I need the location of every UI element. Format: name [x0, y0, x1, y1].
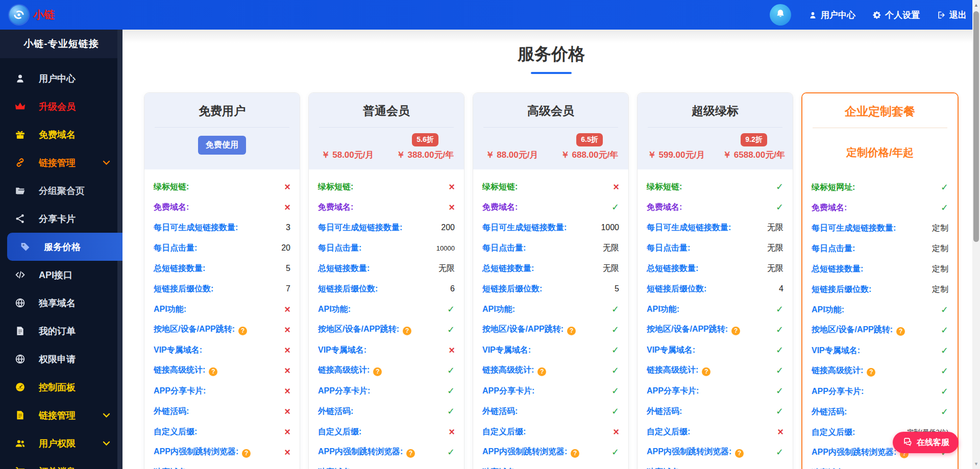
feature-row: 外链活码:✓ [309, 401, 464, 422]
help-icon[interactable]: ? [242, 449, 251, 458]
help-icon[interactable]: ? [403, 327, 411, 335]
feature-row: 每日可生成短链接数量:定制 [802, 218, 958, 238]
scrollbar-thumb[interactable] [973, 11, 979, 242]
feature-label: 链接高级统计: [647, 365, 698, 374]
feature-row: 每日点击量:无限 [473, 238, 628, 258]
free-use-button[interactable]: 免费使用 [198, 136, 246, 155]
feature-row: API功能:✓ [309, 299, 464, 319]
feature-label: 每日点击量: [812, 244, 855, 253]
help-icon[interactable]: ? [571, 449, 579, 458]
feature-label: 绿标短链: [482, 182, 518, 191]
help-icon[interactable]: ? [731, 327, 740, 335]
topbar-item[interactable]: 个人设置 [873, 9, 920, 21]
sidebar-item[interactable]: API接口 [0, 261, 122, 289]
help-icon[interactable]: ? [735, 449, 744, 458]
price-monthly: ￥ 58.00元/月 [322, 149, 374, 161]
feature-row: 按地区/设备/APP跳转:?✓ [309, 319, 464, 340]
sidebar-item[interactable]: 用户权限 [0, 429, 122, 457]
sidebar-item[interactable]: 我的订单 [0, 317, 122, 345]
discount-badge: 5.6折 [412, 133, 438, 146]
scroll-down-arrow[interactable]: ▼ [972, 461, 980, 466]
sidebar-item[interactable]: 升级会员 [0, 92, 122, 120]
help-icon[interactable]: ? [209, 367, 217, 376]
feature-row: 每日点击量:10000 [309, 238, 464, 258]
sidebar-item[interactable]: 免费域名 [0, 120, 122, 149]
feature-value: ✓ [611, 386, 619, 396]
feature-label: 短链接后缀位数: [482, 284, 542, 293]
help-icon[interactable]: ? [567, 327, 576, 335]
feature-row: 链接高级统计:?✓ [309, 360, 464, 381]
feature-row: 独享域名:?✓ [309, 462, 464, 469]
plan-card-header: 高级会员6.5折￥ 88.00元/月￥ 688.00元/年 [473, 93, 628, 169]
feature-value: ✓ [941, 407, 948, 416]
user-icon [808, 11, 817, 19]
price-yearly: ￥ 388.00元/年 [397, 149, 454, 161]
help-icon[interactable]: ? [896, 327, 905, 336]
scroll-up-arrow[interactable]: ▲ [972, 3, 980, 8]
feature-row: 自定义后缀:× [638, 422, 793, 442]
online-support-button[interactable]: 在线客服 [893, 432, 959, 453]
plan-card-header: 免费用户免费使用 [144, 93, 300, 169]
feature-label: 总短链接数量: [647, 264, 698, 273]
feature-row: APP分享卡片:✓ [309, 381, 464, 401]
feature-value: ✓ [941, 203, 948, 212]
sidebar-item[interactable]: 独享域名 [0, 289, 122, 317]
sidebar-item-label: 控制面板 [39, 381, 76, 393]
feature-value: × [449, 202, 455, 212]
feature-value: 6 [450, 284, 455, 293]
feature-row: 外链活码:× [144, 401, 300, 422]
plan-name: 普通会员 [309, 103, 464, 119]
sidebar-item-label: API接口 [39, 269, 72, 281]
chevron-down-icon [103, 441, 110, 446]
feature-value: 定制 [932, 223, 948, 234]
feature-label: 外链活码: [647, 407, 682, 415]
logo-icon [9, 5, 29, 24]
feature-value: 3 [286, 223, 290, 232]
folder-icon [14, 185, 26, 196]
plan-name: 企业定制套餐 [802, 104, 958, 119]
feature-value: × [449, 427, 455, 437]
topbar-item[interactable]: 退出 [937, 9, 967, 21]
feature-value: ✓ [776, 305, 783, 314]
sidebar-item[interactable]: 分组聚合页 [0, 177, 122, 205]
feature-label: APP内强制跳转浏览器: [154, 447, 238, 456]
feature-label: 总短链接数量: [812, 264, 863, 273]
feature-row: 总短链接数量:无限 [473, 258, 628, 279]
sidebar-item[interactable]: 控制面板 [0, 373, 122, 401]
feature-label: 绿标短链: [318, 182, 353, 191]
feature-label: API功能: [647, 305, 679, 313]
feature-row: 免费域名:✓ [473, 197, 628, 217]
help-icon[interactable]: ? [867, 368, 875, 377]
help-icon[interactable]: ? [537, 367, 546, 376]
plan-name: 免费用户 [144, 103, 300, 119]
cart-icon [14, 466, 26, 469]
feature-row: 链接高级统计:?× [144, 360, 300, 381]
sidebar-item[interactable]: 链接管理 [0, 149, 122, 177]
feature-label: 每日可生成短链接数量: [647, 223, 731, 232]
help-icon[interactable]: ? [373, 367, 382, 376]
notifications-button[interactable] [770, 4, 791, 26]
sidebar-item[interactable]: 权限申请 [0, 345, 122, 373]
feature-row: 总短链接数量:无限 [309, 258, 464, 279]
feature-label: 每日点击量: [154, 243, 197, 252]
globe-icon [14, 298, 26, 309]
brand-name: 小链 [33, 8, 55, 22]
sidebar-item-label: 分组聚合页 [39, 185, 85, 197]
sidebar-item[interactable]: 用户中心 [0, 64, 122, 92]
sidebar-item-label: 链接管理 [39, 409, 76, 422]
help-icon[interactable]: ? [702, 367, 710, 376]
feature-value: × [284, 202, 290, 212]
feature-value: 无限 [767, 223, 783, 233]
app-logo[interactable]: 小链 [0, 5, 55, 24]
feature-label: 每日点击量: [482, 243, 526, 252]
topbar-item[interactable]: 用户中心 [808, 9, 855, 21]
sidebar-item-label: 服务价格 [44, 241, 81, 253]
sidebar-item[interactable]: 分享卡片 [0, 205, 122, 233]
feature-row: 链接高级统计:?✓ [473, 360, 628, 381]
sidebar-item[interactable]: 订单消息 [0, 457, 122, 469]
sidebar-item[interactable]: 服务价格 [7, 233, 122, 261]
help-icon[interactable]: ? [238, 327, 247, 335]
feature-value: ✓ [611, 345, 619, 355]
sidebar-item[interactable]: 链接管理 [0, 401, 122, 429]
help-icon[interactable]: ? [406, 449, 415, 458]
